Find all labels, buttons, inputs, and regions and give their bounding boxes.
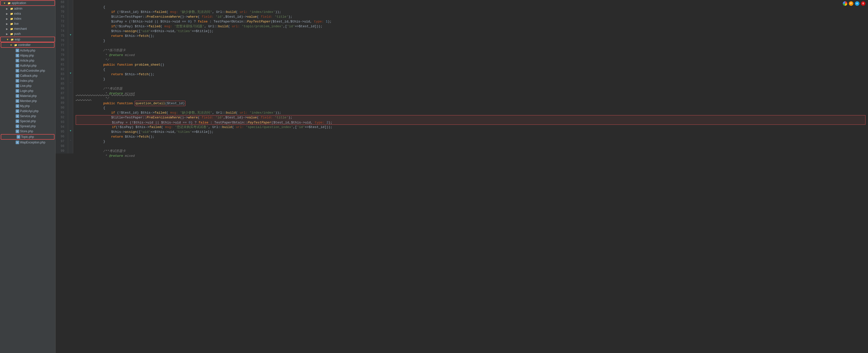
ln-85: 85	[58, 82, 66, 86]
code-line-70: $title=TestPaper::PreExercisesWhere()->w…	[76, 9, 866, 14]
ln-73: 73	[58, 24, 66, 29]
code-line-94: $this->assign(['uid'=>$this->uid,'titles…	[76, 125, 866, 129]
spacer-authcontroller	[11, 69, 15, 73]
code-line-69: if (!$test_id) $this->failed( msg: '缺少参数…	[76, 5, 866, 9]
folder-icon-merchant: 📁	[9, 27, 13, 31]
code-line-92: $isPay = (!$this->uid || $this->uid == 0…	[76, 115, 866, 120]
sidebar-item-merchant[interactable]: ▶ 📁 merchant	[0, 26, 55, 31]
php-icon-topic: C	[17, 135, 20, 139]
spacer-service	[11, 114, 15, 118]
sidebar-item-my[interactable]: C My.php	[0, 104, 55, 109]
spacer-store	[11, 129, 15, 133]
sidebar-item-push[interactable]: ▶ 📁 push	[0, 31, 55, 36]
sidebar-item-material[interactable]: C Material.php	[0, 93, 55, 98]
sidebar-item-controller[interactable]: ▼ 📁 controller	[1, 42, 54, 48]
spacer-publicapi	[11, 109, 15, 113]
sidebar-item-article[interactable]: C Article.php	[0, 58, 55, 63]
sidebar-label-authapi: AuthApi.php	[20, 64, 36, 67]
code-line-79: */	[76, 53, 866, 58]
sidebar-label-push: push	[14, 32, 21, 36]
folder-icon-extra: 📁	[9, 11, 13, 16]
ln-77: 77	[58, 43, 66, 48]
folder-icon-live: 📁	[9, 22, 13, 26]
line-numbers: 68 69 70 71 72 73 74 75 76 77 78 79 80 8…	[56, 0, 68, 153]
sidebar-item-live[interactable]: ▶ 📁 live	[0, 21, 55, 26]
sidebar-label-alipay: Alipay.php	[20, 54, 34, 57]
spacer-material	[11, 94, 15, 98]
sidebar-item-authcontroller[interactable]: C AuthController.php	[0, 68, 55, 73]
ln-74: 74	[58, 29, 66, 34]
sidebar-item-special[interactable]: C Special.php	[0, 119, 55, 124]
spacer-live-php	[11, 84, 15, 88]
sidebar-item-login[interactable]: C Login.php	[0, 88, 55, 93]
sidebar-label-spread: Spread.php	[20, 124, 36, 128]
ln-96: 96	[58, 134, 66, 139]
code-lines[interactable]: { if (!$test_id) $this->failed( msg: '缺少…	[73, 0, 868, 153]
sidebar-item-service[interactable]: C Service.php	[0, 114, 55, 119]
ln-97: 97	[58, 139, 66, 144]
spacer-member	[11, 99, 15, 103]
spacer-my	[11, 104, 15, 108]
code-line-72: if(!$isPay) $this->failed( msg: '您暂未获练习试…	[76, 19, 866, 24]
code-line-76	[76, 38, 866, 43]
sidebar-item-admin[interactable]: ▶ 📁 admin	[0, 6, 55, 11]
sidebar-item-index[interactable]: ▶ 📁 index	[0, 16, 55, 21]
sidebar-label-index-php: Index.php	[20, 79, 33, 83]
php-icon-alipay: C	[16, 54, 19, 57]
sidebar-label-index: index	[14, 17, 22, 21]
ln-76: 76	[58, 38, 66, 43]
spacer-article	[11, 59, 15, 63]
folder-icon-push: 📁	[9, 32, 13, 36]
ln-68: 68	[58, 0, 66, 5]
sidebar-item-alipay[interactable]: C Alipay.php	[0, 53, 55, 58]
sidebar-item-wap[interactable]: ▼ 📁 wap	[0, 37, 55, 42]
file-tree: ▼ 📁 application ▶ 📁 admin ▶ 📁 extra ▶ 📁 …	[0, 0, 56, 353]
sidebar-label-live: live	[14, 22, 19, 26]
code-line-97	[76, 139, 866, 144]
folder-collapse-icon-index: ▶	[5, 17, 9, 21]
folder-expand-icon-controller: ▼	[9, 43, 13, 47]
folder-collapse-icon: ▶	[5, 6, 9, 10]
sidebar-item-extra[interactable]: ▶ 📁 extra	[0, 11, 55, 16]
sidebar-item-wapexception[interactable]: C WapException.php	[0, 140, 55, 145]
php-icon-callback: C	[16, 74, 19, 78]
gutter: ▼ − ▼ − ▼	[68, 0, 73, 153]
ln-79: 79	[58, 53, 66, 58]
sidebar-item-store[interactable]: C Store.php	[0, 129, 55, 134]
code-line-90: if (!$test_id) $this->failed( msg: '缺少参数…	[76, 106, 866, 110]
sidebar-label-article: Article.php	[20, 59, 34, 62]
sidebar-label-special: Special.php	[20, 119, 36, 123]
code-content: 68 69 70 71 72 73 74 75 76 77 78 79 80 8…	[56, 0, 868, 153]
code-editor: F e O 68 69 70 71 72 73 74 75 76 77 78 7…	[56, 0, 868, 353]
sidebar-item-application[interactable]: ▼ 📁 application	[0, 0, 55, 5]
code-line-78: * @return mixed	[76, 48, 866, 53]
sidebar-item-member[interactable]: C Member.php	[0, 98, 55, 104]
sidebar-item-spread[interactable]: C Spread.php	[0, 124, 55, 129]
sidebar-item-index-php[interactable]: C Index.php	[0, 78, 55, 83]
php-icon-member: C	[16, 99, 19, 103]
sidebar-item-activity[interactable]: C Activity.php	[0, 48, 55, 53]
php-icon-material: C	[16, 94, 19, 98]
ln-84: 84	[58, 77, 66, 82]
sidebar-label-authcontroller: AuthController.php	[20, 69, 45, 72]
sidebar-item-callback[interactable]: C Callback.php	[0, 73, 55, 78]
sidebar-item-publicapi[interactable]: C PublicApi.php	[0, 109, 55, 114]
code-line-89: {	[76, 101, 866, 106]
sidebar-label-login: Login.php	[20, 89, 33, 93]
ln-88: 88	[58, 96, 66, 101]
ln-82: 82	[58, 67, 66, 72]
spacer-wapexception	[11, 140, 15, 144]
folder-icon-index: 📁	[9, 17, 13, 21]
sidebar-item-live-php[interactable]: C Live.php	[0, 83, 55, 88]
php-icon-store: C	[16, 129, 19, 133]
folder-icon-wap: 📁	[10, 37, 14, 41]
code-line-84	[76, 77, 866, 82]
sidebar-item-topic[interactable]: C Topic.php	[1, 134, 54, 139]
spacer-topic	[12, 135, 16, 139]
sidebar-item-authapi[interactable]: C AuthApi.php	[0, 63, 55, 68]
sidebar-label-extra: extra	[14, 12, 21, 16]
spacer-activity	[11, 49, 15, 53]
code-line-99: * @return mixed	[76, 149, 866, 153]
php-icon-login: C	[16, 89, 19, 93]
code-line-81: {	[76, 62, 866, 67]
